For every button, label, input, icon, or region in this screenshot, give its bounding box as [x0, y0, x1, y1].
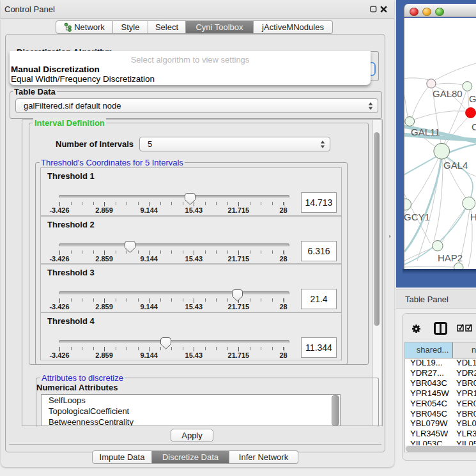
svg-text:GCY1: GCY1 — [404, 211, 430, 222]
svg-text:H: H — [470, 211, 476, 222]
svg-text:GAL4: GAL4 — [443, 160, 468, 171]
svg-text:GAL80: GAL80 — [433, 88, 463, 99]
svg-text:C: C — [472, 121, 476, 132]
svg-text:GAL11: GAL11 — [411, 127, 440, 137]
svg-text:HAP2: HAP2 — [438, 252, 463, 263]
svg-text:GA: GA — [469, 93, 476, 104]
